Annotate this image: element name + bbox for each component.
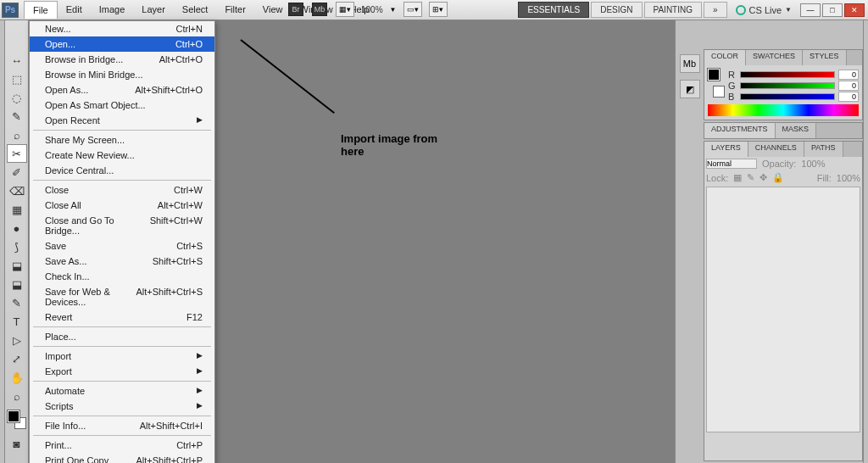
workspace-painting[interactable]: PAINTING <box>644 2 702 18</box>
spectrum-ramp[interactable] <box>708 104 859 116</box>
tool-7[interactable]: ⌫ <box>7 181 27 200</box>
tool-14[interactable]: T <box>7 312 27 331</box>
tool-9[interactable]: ● <box>7 219 27 237</box>
lock-all-icon[interactable]: 🔒 <box>772 172 784 183</box>
r-slider[interactable] <box>740 71 835 78</box>
menuitem-save-for-web-devices-[interactable]: Save for Web & Devices...Alt+Shift+Ctrl+… <box>30 284 214 310</box>
adjustments-panel: ADJUSTMENTS MASKS <box>704 122 863 139</box>
screen-mode-icon[interactable]: ▭▾ <box>403 2 422 17</box>
g-value[interactable]: 0 <box>838 81 859 91</box>
menuitem-scripts[interactable]: Scripts▶ <box>30 399 214 414</box>
close-button[interactable]: ✕ <box>844 3 865 17</box>
menu-image[interactable]: Image <box>91 1 134 19</box>
menuitem-open-recent[interactable]: Open Recent▶ <box>30 113 214 128</box>
layers-panel: LAYERS CHANNELS PATHS Opacity: 100% Lock… <box>704 141 863 461</box>
menuitem-share-my-screen-[interactable]: Share My Screen... <box>30 132 214 148</box>
arrange-docs-icon[interactable]: ▦▾ <box>336 2 354 17</box>
tab-paths[interactable]: PATHS <box>804 142 843 157</box>
maximize-button[interactable]: □ <box>822 3 843 17</box>
color-panel: COLOR SWATCHES STYLES R0 G0 B0 <box>704 49 863 120</box>
minimize-button[interactable]: — <box>800 3 821 17</box>
menuitem-browse-in-mini-bridge-[interactable]: Browse in Mini Bridge... <box>30 67 214 82</box>
menuitem-open-[interactable]: Open...Ctrl+O <box>30 36 214 52</box>
zoom-level[interactable]: 100% <box>361 5 383 14</box>
minibridge-dock-icon[interactable]: Mb <box>680 54 700 73</box>
cslive-button[interactable]: CS Live ▼ <box>736 5 792 15</box>
tool-1[interactable]: ⬚ <box>7 70 27 88</box>
menuitem-print-[interactable]: Print...Ctrl+P <box>30 438 214 453</box>
tab-masks[interactable]: MASKS <box>776 123 817 138</box>
fill-value[interactable]: 100% <box>837 173 860 183</box>
color-swatches[interactable] <box>8 410 26 429</box>
g-slider[interactable] <box>740 82 835 89</box>
workspace-more[interactable]: » <box>704 2 727 18</box>
toolbox: ↔⬚◌✎⌕✂✐⌫▦●⟆⬓⬓✎T▷⤢✋⌕ ◙ <box>5 20 29 463</box>
menuitem-check-in-[interactable]: Check In... <box>30 269 214 284</box>
b-value[interactable]: 0 <box>838 92 859 102</box>
menu-select[interactable]: Select <box>174 1 217 19</box>
menu-filter[interactable]: Filter <box>216 1 253 19</box>
menuitem-close-all[interactable]: Close AllAlt+Ctrl+W <box>30 198 214 213</box>
tool-8[interactable]: ▦ <box>7 200 27 219</box>
menubar: Ps FileEditImageLayerSelectFilterViewWin… <box>0 0 868 20</box>
tool-18[interactable]: ⌕ <box>7 387 27 405</box>
menu-edit[interactable]: Edit <box>58 1 91 19</box>
menuitem-close[interactable]: CloseCtrl+W <box>30 182 214 198</box>
tool-10[interactable]: ⟆ <box>7 237 27 256</box>
menu-view[interactable]: View <box>254 1 292 19</box>
tool-6[interactable]: ✐ <box>7 163 27 181</box>
collapsed-dock: Mb ◩ <box>675 20 704 463</box>
b-slider[interactable] <box>740 93 835 100</box>
layers-list <box>706 187 860 432</box>
workspace-essentials[interactable]: ESSENTIALS <box>518 2 589 18</box>
menuitem-export[interactable]: Export▶ <box>30 364 214 379</box>
tab-color[interactable]: COLOR <box>704 50 746 65</box>
tab-layers[interactable]: LAYERS <box>704 142 748 157</box>
quickmask-icon[interactable]: ◙ <box>7 434 27 453</box>
menuitem-close-and-go-to-bridge-[interactable]: Close and Go To Bridge...Shift+Ctrl+W <box>30 213 214 238</box>
history-dock-icon[interactable]: ◩ <box>680 80 700 98</box>
menu-layer[interactable]: Layer <box>133 1 174 19</box>
menuitem-open-as-smart-object-[interactable]: Open As Smart Object... <box>30 98 214 113</box>
tool-12[interactable]: ⬓ <box>7 275 27 293</box>
menuitem-save-as-[interactable]: Save As...Shift+Ctrl+S <box>30 254 214 269</box>
menuitem-place-[interactable]: Place... <box>30 329 214 344</box>
extras-icon[interactable]: ⊞▾ <box>429 2 448 17</box>
menuitem-revert[interactable]: RevertF12 <box>30 310 214 325</box>
tool-3[interactable]: ✎ <box>7 107 27 126</box>
tab-swatches[interactable]: SWATCHES <box>746 50 803 65</box>
lock-pixels-icon[interactable]: ✎ <box>747 172 754 183</box>
menuitem-print-one-copy[interactable]: Print One CopyAlt+Shift+Ctrl+P <box>30 453 214 463</box>
workspace-design[interactable]: DESIGN <box>591 2 642 18</box>
menuitem-save[interactable]: SaveCtrl+S <box>30 238 214 254</box>
lock-transparent-icon[interactable]: ▦ <box>733 172 742 183</box>
r-value[interactable]: 0 <box>838 70 859 80</box>
tab-adjustments[interactable]: ADJUSTMENTS <box>704 123 776 138</box>
menuitem-browse-in-bridge-[interactable]: Browse in Bridge...Alt+Ctrl+O <box>30 52 214 67</box>
tool-16[interactable]: ⤢ <box>7 349 27 368</box>
menuitem-open-as-[interactable]: Open As...Alt+Shift+Ctrl+O <box>30 82 214 98</box>
blend-mode-select[interactable] <box>706 159 757 169</box>
menuitem-new-[interactable]: New...Ctrl+N <box>30 21 214 36</box>
opacity-value[interactable]: 100% <box>801 159 825 169</box>
tab-channels[interactable]: CHANNELS <box>748 142 804 157</box>
launch-minibridge-icon[interactable]: Mb <box>312 3 327 16</box>
tool-5[interactable]: ✂ <box>7 144 27 163</box>
menuitem-create-new-review-[interactable]: Create New Review... <box>30 148 214 163</box>
menuitem-import[interactable]: Import▶ <box>30 349 214 364</box>
tool-2[interactable]: ◌ <box>7 88 27 107</box>
tool-13[interactable]: ✎ <box>7 293 27 312</box>
tool-11[interactable]: ⬓ <box>7 256 27 275</box>
tool-4[interactable]: ⌕ <box>7 126 27 144</box>
tool-15[interactable]: ▷ <box>7 331 27 349</box>
lock-position-icon[interactable]: ✥ <box>760 172 767 183</box>
tool-0[interactable]: ↔ <box>7 51 27 70</box>
menuitem-device-central-[interactable]: Device Central... <box>30 163 214 178</box>
foreground-color-swatch[interactable] <box>8 410 19 422</box>
menuitem-automate[interactable]: Automate▶ <box>30 383 214 399</box>
tool-17[interactable]: ✋ <box>7 368 27 387</box>
menu-file[interactable]: File <box>24 1 58 19</box>
launch-bridge-icon[interactable]: Br <box>288 3 303 16</box>
menuitem-file-info-[interactable]: File Info...Alt+Shift+Ctrl+I <box>30 418 214 433</box>
tab-styles[interactable]: STYLES <box>803 50 847 65</box>
